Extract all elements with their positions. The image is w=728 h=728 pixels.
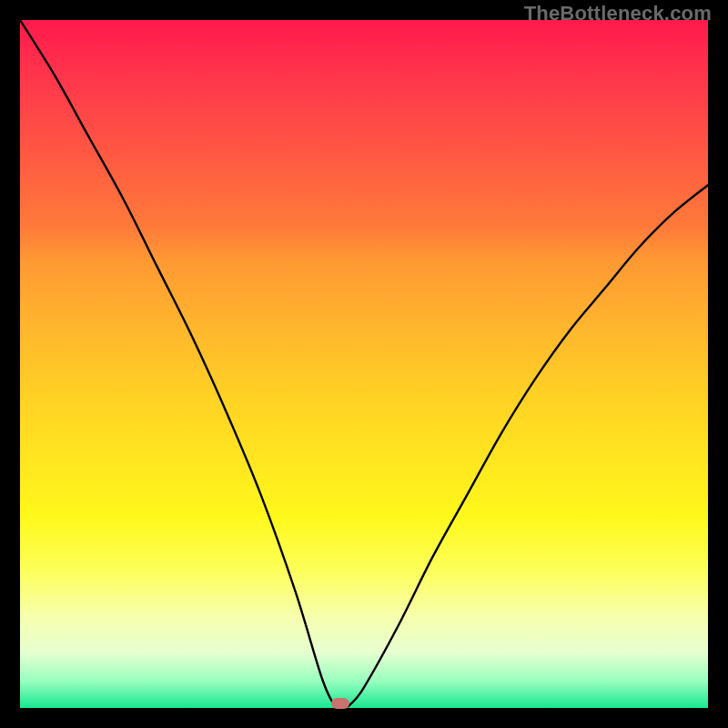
- curve-svg: [20, 20, 708, 708]
- bottleneck-curve-path: [20, 20, 708, 708]
- minimum-marker: [331, 698, 349, 709]
- chart-container: TheBottleneck.com: [0, 0, 728, 728]
